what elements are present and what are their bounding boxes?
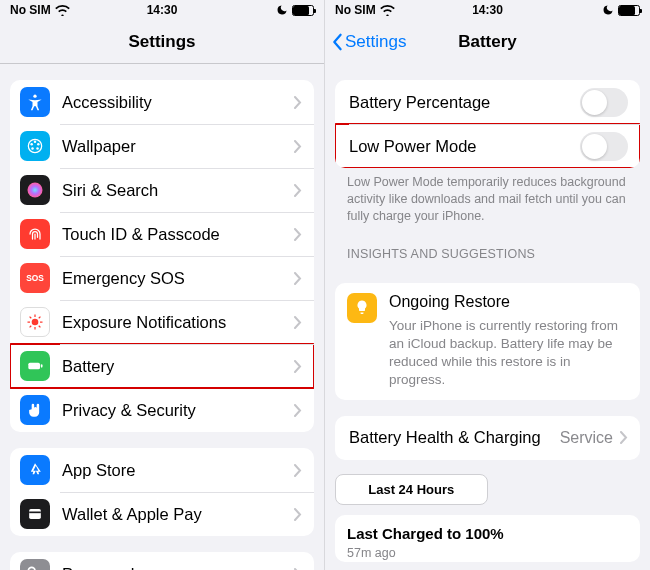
back-button[interactable]: Settings: [331, 32, 406, 52]
svg-text:SOS: SOS: [26, 273, 44, 283]
battery-screen: No SIM 14:30 Settings Battery Battery Pe…: [325, 0, 650, 570]
insight-ongoing-restore: Ongoing Restore Your iPhone is currently…: [335, 283, 640, 400]
row-label: Accessibility: [62, 93, 294, 112]
last-charged-title: Last Charged to 100%: [347, 525, 628, 542]
svg-point-0: [33, 95, 36, 98]
svg-line-17: [39, 317, 41, 319]
chevron-right-icon: [294, 184, 302, 197]
svg-point-6: [30, 143, 33, 146]
insight-title: Ongoing Restore: [389, 293, 628, 311]
chevron-right-icon: [294, 508, 302, 521]
touchid-icon: [20, 219, 50, 249]
battery-health-status: Service: [560, 429, 613, 447]
last-charged-subtitle: 57m ago: [347, 546, 628, 560]
svg-point-9: [32, 319, 39, 326]
svg-rect-20: [29, 509, 41, 519]
page-title: Settings: [128, 32, 195, 52]
chevron-right-icon: [294, 140, 302, 153]
toggle-switch[interactable]: [580, 132, 628, 161]
status-bar: No SIM 14:30: [0, 0, 324, 20]
svg-rect-21: [29, 512, 41, 514]
time-range-segment[interactable]: Last 24 Hours: [335, 474, 640, 505]
toggle-switch[interactable]: [580, 88, 628, 117]
svg-rect-19: [41, 364, 43, 367]
low-power-mode-description: Low Power Mode temporarily reduces backg…: [325, 168, 650, 225]
row-label: Battery: [62, 357, 294, 376]
svg-point-2: [34, 141, 37, 144]
chevron-right-icon: [294, 272, 302, 285]
switch-row-battery-percentage: Battery Percentage: [335, 80, 640, 124]
siri-icon: [20, 175, 50, 205]
insight-description: Your iPhone is currently restoring from …: [389, 317, 628, 390]
row-label: Wallpaper: [62, 137, 294, 156]
settings-row-touchid[interactable]: Touch ID & Passcode: [10, 212, 314, 256]
clock: 14:30: [325, 3, 650, 17]
insights-header: INSIGHTS AND SUGGESTIONS: [325, 225, 650, 267]
last-charged-block: Last Charged to 100% 57m ago: [335, 515, 640, 562]
settings-row-siri[interactable]: Siri & Search: [10, 168, 314, 212]
switch-label: Low Power Mode: [349, 137, 580, 156]
settings-list[interactable]: AccessibilityWallpaperSiri & SearchTouch…: [0, 64, 324, 570]
settings-row-battery[interactable]: Battery: [10, 344, 314, 388]
settings-row-wallpaper[interactable]: Wallpaper: [10, 124, 314, 168]
settings-row-key[interactable]: Passwords: [10, 552, 314, 570]
row-label: Touch ID & Passcode: [62, 225, 294, 244]
hand-icon: [20, 395, 50, 425]
svg-line-16: [30, 326, 32, 328]
battery-icon: [20, 351, 50, 381]
svg-line-14: [30, 317, 32, 319]
battery-icon: [618, 5, 640, 16]
battery-content[interactable]: Battery PercentageLow Power Mode Low Pow…: [325, 64, 650, 570]
chevron-right-icon: [294, 96, 302, 109]
row-label: Privacy & Security: [62, 401, 294, 420]
segment-last-24h[interactable]: Last 24 Hours: [335, 474, 488, 505]
battery-health-row[interactable]: Battery Health & Charging Service: [335, 416, 640, 460]
chevron-right-icon: [294, 404, 302, 417]
svg-point-5: [31, 147, 34, 150]
lightbulb-icon: [347, 293, 377, 323]
exposure-icon: [20, 307, 50, 337]
row-label: Wallet & Apple Pay: [62, 505, 294, 524]
settings-row-wallet[interactable]: Wallet & Apple Pay: [10, 492, 314, 536]
battery-icon: [292, 5, 314, 16]
chevron-right-icon: [294, 360, 302, 373]
switch-label: Battery Percentage: [349, 93, 580, 112]
key-icon: [20, 559, 50, 570]
svg-point-4: [36, 147, 39, 150]
svg-rect-18: [28, 363, 40, 370]
settings-row-exposure[interactable]: Exposure Notifications: [10, 300, 314, 344]
nav-bar: Settings: [0, 20, 324, 64]
row-label: Passwords: [62, 565, 294, 571]
settings-row-sos[interactable]: SOSEmergency SOS: [10, 256, 314, 300]
chevron-right-icon: [294, 228, 302, 241]
row-label: Exposure Notifications: [62, 313, 294, 332]
chevron-right-icon: [294, 316, 302, 329]
wallet-icon: [20, 499, 50, 529]
nav-bar: Settings Battery: [325, 20, 650, 64]
row-label: Siri & Search: [62, 181, 294, 200]
row-label: App Store: [62, 461, 294, 480]
switch-row-low-power-mode: Low Power Mode: [335, 124, 640, 168]
clock: 14:30: [0, 3, 324, 17]
accessibility-icon: [20, 87, 50, 117]
settings-row-accessibility[interactable]: Accessibility: [10, 80, 314, 124]
wallpaper-icon: [20, 131, 50, 161]
settings-screen: No SIM 14:30 Settings AccessibilityWallp…: [0, 0, 325, 570]
appstore-icon: [20, 455, 50, 485]
svg-point-3: [37, 143, 40, 146]
chevron-right-icon: [294, 464, 302, 477]
page-title: Battery: [458, 32, 517, 52]
settings-row-appstore[interactable]: App Store: [10, 448, 314, 492]
row-label: Emergency SOS: [62, 269, 294, 288]
chevron-right-icon: [620, 431, 628, 444]
svg-line-15: [39, 326, 41, 328]
svg-point-7: [28, 183, 43, 198]
sos-icon: SOS: [20, 263, 50, 293]
settings-row-hand[interactable]: Privacy & Security: [10, 388, 314, 432]
status-bar: No SIM 14:30: [325, 0, 650, 20]
